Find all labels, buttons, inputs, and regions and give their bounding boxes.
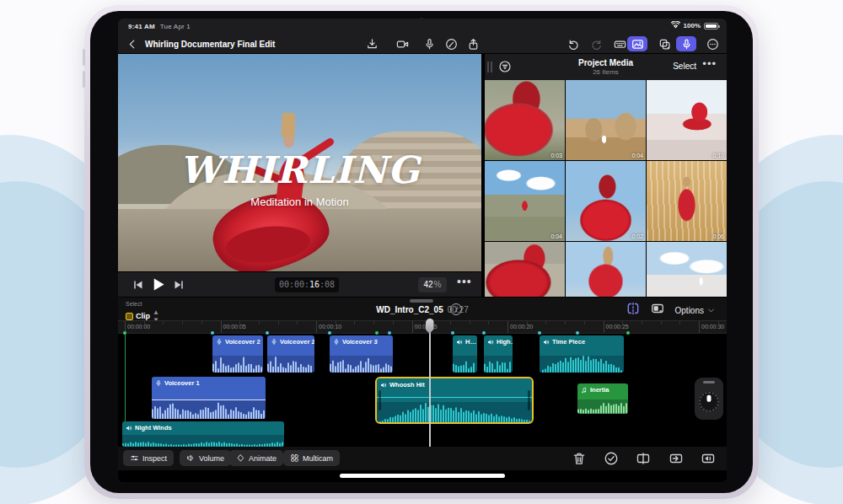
timeline-ruler[interactable]: 00:00:0000:00:0500:00:1000:00:1500:00:20… (118, 320, 727, 334)
play-button[interactable] (150, 276, 166, 292)
timeline-clip-h-[interactable]: H… (453, 335, 477, 373)
microphone-button[interactable] (422, 36, 437, 51)
media-item-dervish-green-hills-clouds[interactable]: 0:04 (485, 161, 565, 241)
media-item-white-figure-salt-clouds[interactable] (647, 242, 727, 297)
clip-boundary-marker (123, 331, 126, 335)
app-screen: 9:41 AMTue Apr 1 100% Whirling Documenta… (118, 19, 727, 482)
media-item-duration: 0:02 (631, 233, 643, 239)
back-button[interactable] (126, 36, 138, 51)
media-item-dervish-tall-hat-embrace[interactable] (566, 242, 646, 297)
delete-button[interactable] (572, 451, 587, 466)
share-button[interactable] (465, 36, 481, 51)
media-item-duration: 0:03 (550, 153, 562, 158)
media-item-red-dervish-closeup[interactable]: 0:03 (485, 80, 565, 160)
video-viewer[interactable]: WHIRLING Meditation in Motion (118, 54, 481, 271)
detach-audio-button[interactable] (701, 451, 716, 466)
media-item-desert-rocks-white-figure[interactable]: 0:04 (566, 80, 646, 160)
media-item-red-skirt-swirl-closeup[interactable] (485, 242, 565, 297)
timeline-tracks[interactable]: Voiceover 2Voiceover 2Voiceover 3H…High…… (118, 334, 727, 447)
select-button[interactable]: Select (673, 62, 696, 71)
volume-tool-button[interactable]: Volume (180, 450, 231, 466)
copy-paste-button[interactable] (657, 36, 672, 51)
animate-button[interactable]: Animate (229, 450, 283, 466)
date: Tue Apr 1 (160, 23, 191, 30)
clip-boundary-marker (328, 331, 331, 335)
clip-boundary-marker (538, 331, 541, 335)
timeline-clip-high-[interactable]: High… (484, 335, 513, 373)
skip-to-start-button[interactable] (132, 278, 145, 292)
options-dropdown[interactable]: Options (675, 306, 715, 315)
status-bar: 9:41 AMTue Apr 1 100% (118, 19, 727, 34)
media-more-button[interactable]: ••• (702, 57, 717, 70)
inspect-button[interactable]: Inspect (123, 450, 174, 466)
media-item-spinning-red-dress[interactable]: 0:02 (566, 161, 646, 241)
ruler-label: 00:00:20 (510, 324, 533, 330)
approve-button[interactable] (604, 451, 619, 466)
voiceover-record-button[interactable] (676, 36, 696, 51)
clip-boundary-marker (211, 331, 214, 335)
timeline-clip-voiceover-2[interactable]: Voiceover 2 (267, 335, 314, 373)
clip-info-button[interactable]: i (450, 303, 462, 315)
clip-boundary-marker (266, 331, 269, 335)
redo-button[interactable] (588, 36, 604, 51)
clip-overlay-button[interactable] (651, 302, 664, 319)
timeline-drag-handle[interactable] (410, 299, 433, 303)
skip-to-end-button[interactable] (172, 278, 185, 292)
title-overlay: WHIRLING (118, 148, 481, 191)
ruler-label: 00:00:10 (319, 324, 341, 330)
jog-wheel-handle[interactable] (703, 381, 715, 383)
volume-button (83, 49, 85, 66)
timeline-clip-voiceover-3[interactable]: Voiceover 3 (330, 335, 393, 373)
timeline-clip-whoosh-hit[interactable]: Whoosh Hit (377, 378, 532, 422)
project-title: Whirling Documentary Final Edit (145, 40, 275, 49)
import-media-button[interactable] (364, 36, 379, 51)
ruler-label: 00:00:05 (223, 324, 246, 330)
media-item-dervish-salt-flat[interactable]: 0:10 (647, 80, 727, 160)
timeline-clip-inertia[interactable]: Inertia (577, 383, 628, 414)
undo-button[interactable] (566, 36, 581, 51)
magnetic-timeline-button[interactable] (626, 302, 640, 319)
split-clip-button[interactable] (636, 451, 651, 466)
multicam-button[interactable]: Multicam (283, 450, 340, 466)
transport-bar: 00:00:16:08 42% ••• (118, 271, 481, 297)
jog-dial-icon (699, 392, 719, 412)
clip-boundary-marker (375, 331, 379, 335)
battery-icon (704, 23, 718, 29)
timeline-clip-night-winds[interactable]: Night Winds (122, 421, 284, 447)
media-panel-header: Project Media 26 Items Select ••• (485, 54, 727, 80)
playhead[interactable] (429, 319, 431, 447)
battery-percent: 100% (684, 22, 701, 29)
trim-handle-left[interactable] (379, 390, 381, 410)
clip-label: Voiceover 1 (164, 379, 200, 387)
media-browser-button[interactable] (627, 36, 647, 51)
viewer-more-button[interactable]: ••• (457, 275, 472, 288)
ruler-label: 00:00:30 (701, 324, 724, 330)
more-options-button[interactable] (705, 36, 720, 51)
clip-label: Voiceover 2 (225, 338, 260, 346)
wifi-icon (671, 21, 680, 30)
trim-handle-right[interactable] (528, 390, 530, 410)
clip-label: Whoosh Hit (389, 381, 425, 389)
insert-clip-button[interactable] (668, 451, 684, 466)
subtitle-overlay: Meditation in Motion (118, 196, 481, 208)
media-item-dervish-golden-reeds[interactable]: 0:06 (647, 161, 727, 241)
bottom-toolbar: Inspect Volume Animate Multicam (118, 447, 727, 470)
clip-boundary-marker (388, 331, 391, 335)
media-item-duration: 0:06 (712, 233, 724, 239)
clip-label: High… (497, 338, 513, 346)
ruler-label: 00:00:00 (127, 324, 150, 330)
timeline-clip-time-piece[interactable]: Time Piece (540, 335, 624, 373)
ipad-device-frame: 9:41 AMTue Apr 1 100% Whirling Documenta… (84, 5, 759, 499)
keyboard-button[interactable] (612, 36, 627, 51)
timeline-header: Select Clip ▲▼ WD_Intro_C2_0500:27 i Opt… (118, 297, 727, 320)
jog-wheel[interactable] (695, 378, 723, 420)
clip-label: Time Piece (552, 338, 585, 346)
timeline-clip-voiceover-1[interactable]: Voiceover 1 (152, 377, 266, 419)
project-media-panel: Project Media 26 Items Select ••• 0:030:… (483, 54, 727, 297)
pencil-tools-button[interactable] (443, 36, 459, 51)
zoom-level-button[interactable]: 42% (418, 277, 447, 292)
clip-boundary-marker (482, 331, 486, 335)
camera-button[interactable] (395, 36, 410, 51)
home-indicator[interactable] (340, 474, 505, 478)
timeline-clip-voiceover-2[interactable]: Voiceover 2 (212, 335, 263, 373)
